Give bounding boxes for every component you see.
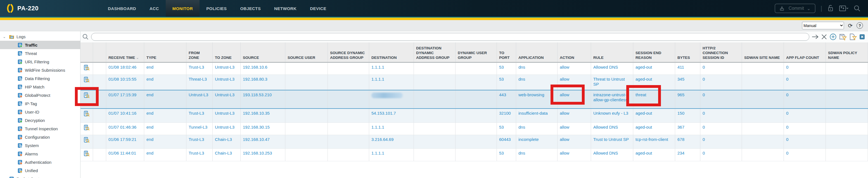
col-header-session-end-reason[interactable]: SESSION END REASON: [633, 42, 675, 62]
log-detail-icon[interactable]: [83, 110, 90, 117]
col-header-receive-time[interactable]: RECEIVE TIME⌄: [106, 42, 144, 62]
cell-source-user[interactable]: [285, 109, 328, 122]
cell-session-end-reason[interactable]: aged-out: [633, 149, 675, 161]
add-filter-plus-icon[interactable]: [830, 33, 837, 40]
cell-destination[interactable]: 1.1.1.1: [369, 63, 414, 74]
cell-dynamic-user-group[interactable]: [456, 135, 497, 148]
cell-from-zone[interactable]: Threat-L3: [186, 75, 213, 90]
cell-sdwan-policy-name[interactable]: [826, 123, 868, 135]
cell-session-end-reason[interactable]: threat: [633, 91, 675, 108]
cell-receive-time[interactable]: 01/07 10:41:16: [106, 109, 144, 122]
cell-to-zone[interactable]: Untrust-L3: [213, 91, 241, 108]
cell-source[interactable]: 192.168.30.15: [241, 123, 285, 135]
cell-to-port[interactable]: 32100: [497, 109, 516, 122]
cell-source-dynamic-address-group[interactable]: [328, 75, 369, 90]
cell-destination[interactable]: [369, 91, 414, 108]
cell-type[interactable]: end: [144, 149, 186, 161]
cell-receive-time[interactable]: 01/06 17:59:21: [106, 135, 144, 148]
sidebar-root-logs[interactable]: ⌄ Logs: [0, 32, 80, 41]
cell-source[interactable]: 192.168.10.35: [241, 109, 285, 122]
log-detail-icon[interactable]: [83, 65, 90, 71]
cell-source-dynamic-address-group[interactable]: [328, 91, 369, 108]
cell-session-end-reason[interactable]: aged-out: [633, 109, 675, 122]
log-detail-icon[interactable]: [83, 76, 90, 83]
cell-to-zone[interactable]: Untrust-L3: [213, 75, 241, 90]
cell-session-end-reason[interactable]: aged-out: [633, 123, 675, 135]
col-header-bytes[interactable]: BYTES: [675, 42, 700, 62]
col-header-from-zone[interactable]: FROM ZONE: [186, 42, 213, 62]
cell-bytes[interactable]: 367: [675, 123, 700, 135]
table-row[interactable]: 01/07 17:15:39endUntrust-L3Untrust-L3193…: [81, 90, 868, 109]
col-header-sdwan-policy-name[interactable]: SDWAN POLICY NAME: [826, 42, 868, 62]
cell-destination[interactable]: 3.216.64.69: [369, 135, 414, 148]
cell-source-user[interactable]: [285, 123, 328, 135]
cell-bytes[interactable]: 411: [675, 63, 700, 74]
cell-sdwan-site-name[interactable]: [742, 63, 784, 74]
log-detail-icon[interactable]: [83, 150, 90, 157]
cell-from-zone[interactable]: Trust-L3: [186, 109, 213, 122]
sidebar-item-configuration[interactable]: Configuration: [0, 133, 80, 141]
cell-session-end-reason[interactable]: aged-out: [633, 63, 675, 74]
cell-http2-connection-session-id[interactable]: 0: [700, 109, 742, 122]
table-row[interactable]: 01/07 01:46:36endTunnel-L3Untrust-L3192.…: [81, 123, 868, 135]
config-export-folder-icon[interactable]: [839, 5, 848, 12]
col-header-http-2-connection-session-id[interactable]: HTTP/2 CONNECTION SESSION ID: [700, 42, 742, 62]
cell-rule[interactable]: Unknown eufy - L3: [591, 109, 633, 122]
cell-source-user[interactable]: [285, 75, 328, 90]
cell-to-port[interactable]: 53: [497, 63, 516, 74]
cell-receive-time[interactable]: 01/08 10:15:55: [106, 75, 144, 90]
cell-destination-dynamic-address-group[interactable]: [414, 91, 456, 108]
cell-receive-time[interactable]: 01/07 17:15:39: [106, 91, 144, 108]
cell-destination-dynamic-address-group[interactable]: [414, 123, 456, 135]
cell-action[interactable]: allow: [558, 123, 591, 135]
cell-source-dynamic-address-group[interactable]: [328, 109, 369, 122]
table-row[interactable]: 01/08 10:15:55endThreat-L3Untrust-L3192.…: [81, 75, 868, 90]
cell-destination-dynamic-address-group[interactable]: [414, 75, 456, 90]
cell-to-port[interactable]: 60443: [497, 135, 516, 148]
cell-dynamic-user-group[interactable]: [456, 123, 497, 135]
cell-application[interactable]: dns: [516, 123, 558, 135]
cell-to-zone[interactable]: Untrust-L3: [213, 109, 241, 122]
cell-to-zone[interactable]: Chain-L3: [213, 149, 241, 161]
sidebar-item-wildfire-submissions[interactable]: WildFire Submissions: [0, 66, 80, 74]
cell-sdwan-site-name[interactable]: [742, 109, 784, 122]
cell-from-zone[interactable]: Tunnel-L3: [186, 123, 213, 135]
col-header-destination-dynamic-address-group[interactable]: DESTINATION DYNAMIC ADDRESS GROUP: [414, 42, 456, 62]
cell-source-dynamic-address-group[interactable]: [328, 135, 369, 148]
log-detail-icon[interactable]: [83, 137, 90, 143]
col-header-app-flap-count[interactable]: APP FLAP COUNT: [784, 42, 826, 62]
cell-rule[interactable]: Allowed DNS: [591, 123, 633, 135]
cell-source-user[interactable]: [285, 91, 328, 108]
col-header-dynamic-user-group[interactable]: DYNAMIC USER GROUP: [456, 42, 497, 62]
cell-app-flap-count[interactable]: 0: [784, 63, 826, 74]
cell-session-end-reason[interactable]: aged-out: [633, 75, 675, 90]
cell-source[interactable]: 193.118.53.210: [241, 91, 285, 108]
cell-type[interactable]: end: [144, 63, 186, 74]
cell-http2-connection-session-id[interactable]: 0: [700, 123, 742, 135]
cell-source-dynamic-address-group[interactable]: [328, 123, 369, 135]
cell-receive-time[interactable]: 01/06 11:44:01: [106, 149, 144, 161]
cell-source-dynamic-address-group[interactable]: [328, 63, 369, 74]
cell-destination-dynamic-address-group[interactable]: [414, 63, 456, 74]
cell-bytes[interactable]: 150: [675, 109, 700, 122]
cell-sdwan-site-name[interactable]: [742, 135, 784, 148]
cell-action[interactable]: allow: [558, 63, 591, 74]
col-header-blank-0[interactable]: [81, 42, 93, 62]
cell-app-flap-count[interactable]: 0: [784, 91, 826, 108]
cell-application[interactable]: dns: [516, 149, 558, 161]
cell-action[interactable]: allow: [558, 91, 591, 108]
col-header-destination[interactable]: DESTINATION: [369, 42, 414, 62]
cell-source-user[interactable]: [285, 149, 328, 161]
cell-to-port[interactable]: 53: [497, 75, 516, 90]
cell-app-flap-count[interactable]: 0: [784, 123, 826, 135]
cell-type[interactable]: end: [144, 109, 186, 122]
cell-to-port[interactable]: 443: [497, 91, 516, 108]
cell-receive-time[interactable]: 01/07 01:46:36: [106, 123, 144, 135]
col-header-blank-1[interactable]: [93, 42, 106, 62]
sidebar-item-url-filtering[interactable]: URL Filtering: [0, 58, 80, 66]
cell-type[interactable]: end: [144, 91, 186, 108]
cell-sdwan-policy-name[interactable]: [826, 75, 868, 90]
cell-sdwan-policy-name[interactable]: [826, 149, 868, 161]
cell-source-user[interactable]: [285, 63, 328, 74]
sidebar-item-unified[interactable]: Unified: [0, 166, 80, 175]
